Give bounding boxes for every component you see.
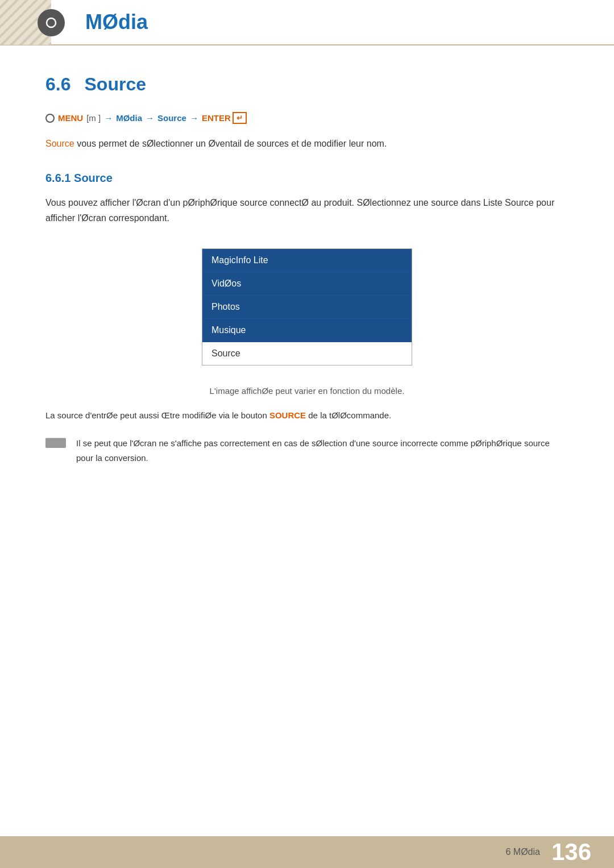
header-icon xyxy=(38,9,65,36)
menu-circle-icon xyxy=(45,114,55,123)
page-header: MØdia xyxy=(0,0,614,45)
section-heading: 6.6 Source xyxy=(45,74,569,95)
enter-box-icon: ↵ xyxy=(233,112,247,124)
menu-enter: ENTER ↵ xyxy=(202,112,247,124)
source-menu-list: MagicInfo Lite VidØos Photos Musique Sou… xyxy=(202,248,412,366)
subsection-heading: 6.6.1 Source xyxy=(45,172,569,185)
menu-item-1: MØdia xyxy=(116,113,142,123)
note-source-button: La source d'entrØe peut aussi Œtre modif… xyxy=(45,408,569,423)
description-body: vous permet de sØlectionner un Øventail … xyxy=(77,139,387,148)
subsection-body: Vous pouvez afficher l'Øcran d'un pØriph… xyxy=(45,195,569,226)
menu-bracket: [m ] xyxy=(86,113,101,123)
page-footer: 6 MØdia 136 xyxy=(0,836,614,868)
page-title: MØdia xyxy=(51,10,148,34)
description-source-highlight: Source xyxy=(45,139,74,148)
list-item[interactable]: VidØos xyxy=(202,272,412,296)
main-content: 6.6 Source MENU [m ] → MØdia → Source → … xyxy=(0,45,614,522)
list-item[interactable]: Photos xyxy=(202,296,412,319)
subsection-title: Source xyxy=(74,172,113,184)
warning-text: Il se peut que l'Øcran ne s'affiche pas … xyxy=(76,436,569,465)
menu-item-2: Source xyxy=(157,113,186,123)
warning-block: Il se peut que l'Øcran ne s'affiche pas … xyxy=(45,436,569,465)
menu-list-container: MagicInfo Lite VidØos Photos Musique Sou… xyxy=(45,248,569,366)
section-description: Source vous permet de sØlectionner un Øv… xyxy=(45,136,569,151)
enter-label: ENTER xyxy=(202,113,231,123)
menu-keyword: MENU xyxy=(58,113,83,123)
section-number: 6.6 xyxy=(45,74,70,95)
list-item[interactable]: MagicInfo Lite xyxy=(202,249,412,272)
arrow-2: → xyxy=(146,113,154,123)
svg-point-0 xyxy=(47,18,56,27)
subsection-number: 6.6.1 xyxy=(45,172,70,184)
footer-label: 6 MØdia xyxy=(505,847,540,857)
section-title: Source xyxy=(84,74,146,95)
note1-suffix: de la tØlØcommande. xyxy=(308,410,391,420)
footer-page-number: 136 xyxy=(551,840,591,864)
arrow-3: → xyxy=(190,113,198,123)
list-item-source[interactable]: Source xyxy=(202,342,412,365)
image-caption: L'image affichØe peut varier en fonction… xyxy=(45,386,569,396)
list-item[interactable]: Musique xyxy=(202,319,412,342)
warning-icon xyxy=(45,438,66,448)
note1-highlight: SOURCE xyxy=(269,410,306,420)
menu-path: MENU [m ] → MØdia → Source → ENTER ↵ xyxy=(45,112,569,124)
arrow-1: → xyxy=(104,113,113,123)
note1-prefix: La source d'entrØe peut aussi Œtre modif… xyxy=(45,410,269,420)
